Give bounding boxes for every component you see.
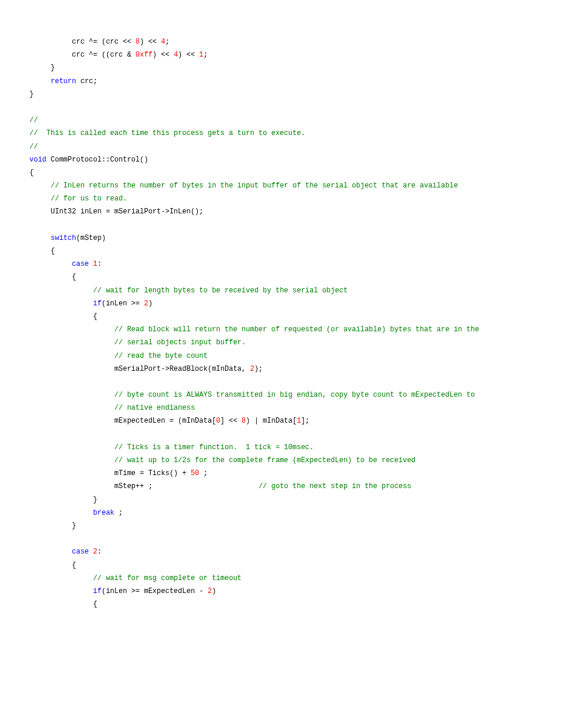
code-line: } <box>29 493 533 506</box>
code-line: { <box>29 271 533 284</box>
token-plain <box>89 548 93 556</box>
code-line: // read the byte count <box>29 350 533 363</box>
token-plain: : <box>97 548 101 556</box>
token-plain: { <box>29 273 76 281</box>
token-comment: // byte count is ALWAYS transmitted in b… <box>114 391 475 399</box>
token-plain: { <box>29 169 34 177</box>
token-plain <box>29 260 72 268</box>
token-plain: ) <box>148 299 153 308</box>
token-kw: if <box>93 587 101 595</box>
code-line: crc ^= ((crc & 0xff) << 4) << 1; <box>29 48 533 61</box>
code-line: // <box>29 114 533 127</box>
code-line: crc ^= (crc << 8) << 4; <box>29 35 533 48</box>
code-line: mStep++ ; // goto the next step in the p… <box>29 480 533 493</box>
code-line: // wait for length bytes to be received … <box>29 284 533 297</box>
token-kw: switch <box>51 234 76 242</box>
token-plain <box>29 286 93 295</box>
code-line: if(inLen >= mExpectedLen - 2) <box>29 585 533 598</box>
token-num: 50 <box>191 469 199 477</box>
token-plain: (inLen >= mExpectedLen - <box>101 587 207 595</box>
token-num: 0 <box>216 417 220 425</box>
token-plain: mStep++ ; <box>29 482 259 490</box>
token-plain <box>29 182 51 190</box>
token-plain: crc ^= ((crc & <box>29 51 135 59</box>
token-num: 2 <box>250 365 254 373</box>
code-line: break ; <box>29 506 533 519</box>
token-plain: (inLen >= <box>101 299 144 308</box>
code-line: { <box>29 166 533 179</box>
code-line: // wait up to 1/2s for the complete fram… <box>29 454 533 467</box>
code-line <box>29 219 533 232</box>
code-line: // wait for msg complete or timeout <box>29 572 533 585</box>
code-line: { <box>29 310 533 323</box>
code-line: mExpectedLen = (mInData[0] << 8) | mInDa… <box>29 414 533 427</box>
token-plain: UInt32 inLen = mSerialPort->InLen(); <box>29 207 203 216</box>
token-comment: // <box>29 143 38 151</box>
token-comment: // for us to read. <box>51 195 127 203</box>
token-plain <box>89 260 93 268</box>
code-line: switch(mStep) <box>29 232 533 245</box>
code-line: // Ticks is a timer function. 1 tick = 1… <box>29 441 533 454</box>
token-comment: // wait up to 1/2s for the complete fram… <box>114 456 415 465</box>
token-num: 2 <box>207 587 211 595</box>
code-line: // serial objects input buffer. <box>29 336 533 349</box>
code-line: mTime = Ticks() + 50 ; <box>29 467 533 480</box>
token-plain: ) <box>212 587 216 595</box>
token-plain <box>29 404 114 412</box>
token-plain: } <box>29 522 76 530</box>
code-line: // InLen returns the number of bytes in … <box>29 179 533 192</box>
token-comment: // This is called each time this process… <box>29 129 305 137</box>
token-comment: // read the byte count <box>114 352 207 360</box>
token-plain: ; <box>203 51 207 59</box>
code-line: void CommProtocol::Control() <box>29 153 533 166</box>
token-plain: ; <box>165 38 169 46</box>
token-plain <box>29 325 114 334</box>
code-line: // Read block will return the number of … <box>29 323 533 336</box>
token-kw: return <box>51 77 76 85</box>
token-plain: crc ^= (crc << <box>29 38 135 46</box>
token-comment: // InLen returns the number of bytes in … <box>51 182 458 190</box>
token-comment: // goto the next step in the process <box>259 482 411 490</box>
token-hex: 0xff <box>135 51 153 59</box>
token-plain <box>29 391 114 399</box>
token-plain: } <box>29 64 55 72</box>
token-comment: // <box>29 116 38 124</box>
code-line: case 2: <box>29 545 533 558</box>
token-num: 2 <box>144 299 148 308</box>
token-plain <box>29 574 93 582</box>
code-line: // This is called each time this process… <box>29 127 533 140</box>
code-line: mSerialPort->ReadBlock(mInData, 2); <box>29 363 533 375</box>
token-plain: (mStep) <box>76 234 105 242</box>
code-line <box>29 532 533 545</box>
token-kw: case <box>72 260 89 268</box>
token-plain <box>29 195 51 203</box>
token-comment: // wait for msg complete or timeout <box>93 574 242 582</box>
code-line <box>29 375 533 388</box>
code-line: return crc; <box>29 75 533 88</box>
token-plain: { <box>29 247 55 255</box>
code-line: } <box>29 88 533 101</box>
token-plain <box>29 299 93 308</box>
token-comment: // serial objects input buffer. <box>114 338 246 347</box>
code-line: { <box>29 559 533 572</box>
token-plain: mSerialPort->ReadBlock(mInData, <box>29 365 250 373</box>
token-plain <box>29 456 114 465</box>
token-plain: : <box>97 260 101 268</box>
code-line: { <box>29 245 533 258</box>
token-plain: mExpectedLen = (mInData[ <box>29 417 216 425</box>
code-line: // native endianess <box>29 401 533 414</box>
code-line: // for us to read. <box>29 192 533 205</box>
token-plain: } <box>29 496 97 504</box>
token-plain <box>29 234 51 242</box>
token-num: 4 <box>174 51 178 59</box>
token-plain: CommProtocol::Control() <box>47 156 148 164</box>
token-kw: break <box>93 509 114 517</box>
token-plain <box>29 77 51 85</box>
token-plain: ] << <box>220 417 242 425</box>
token-kw: void <box>29 156 47 164</box>
token-comment: // wait for length bytes to be received … <box>93 286 348 295</box>
code-line: } <box>29 519 533 532</box>
token-plain: ) | mInData[ <box>246 417 296 425</box>
token-plain: { <box>29 561 76 569</box>
code-line: } <box>29 61 533 74</box>
